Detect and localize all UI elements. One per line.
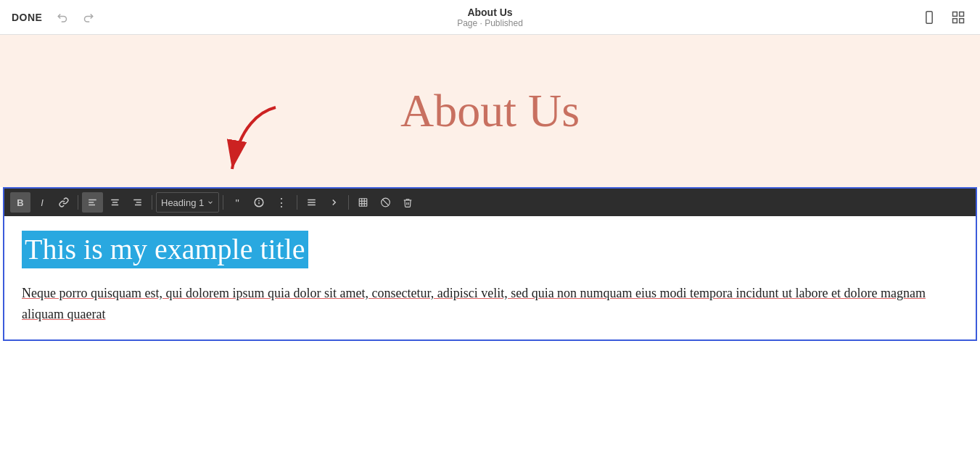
svg-rect-22 xyxy=(360,199,368,207)
block-button[interactable] xyxy=(375,192,396,213)
table-icon xyxy=(358,197,368,207)
content-heading: This is my example title xyxy=(22,231,308,268)
svg-rect-4 xyxy=(953,18,958,22)
align-right-icon xyxy=(132,197,143,207)
toolbar-divider-5 xyxy=(348,195,349,210)
list-indent-button[interactable] xyxy=(324,192,345,213)
mobile-preview-button[interactable] xyxy=(919,7,939,28)
top-bar: DONE About Us Page · Published xyxy=(0,0,980,35)
align-center-button[interactable] xyxy=(104,192,125,213)
editor-content[interactable]: This is my example title Neque porro qui… xyxy=(4,216,976,339)
align-left-icon xyxy=(87,197,98,207)
info-button[interactable] xyxy=(249,192,269,213)
page-title: About Us xyxy=(457,7,523,18)
list-icon xyxy=(306,197,317,207)
trash-icon xyxy=(403,197,413,208)
top-bar-right xyxy=(919,7,968,28)
toolbar-divider-4 xyxy=(297,195,297,210)
editor-toolbar: B I xyxy=(4,189,976,216)
mobile-icon xyxy=(922,9,936,25)
block-icon xyxy=(380,197,391,207)
table-button[interactable] xyxy=(353,192,374,213)
content-body: Neque porro quisquam est, qui dolorem ip… xyxy=(22,283,958,325)
grid-icon xyxy=(951,10,965,25)
list-indent-icon xyxy=(329,197,339,207)
svg-line-28 xyxy=(383,199,389,205)
info-icon xyxy=(254,197,264,207)
heading-select[interactable]: Heading 1 xyxy=(156,192,219,213)
top-bar-center: About Us Page · Published xyxy=(457,7,523,28)
align-right-button[interactable] xyxy=(127,192,148,213)
heading-select-label: Heading 1 xyxy=(161,197,204,208)
align-center-icon xyxy=(110,197,120,207)
svg-rect-2 xyxy=(953,12,958,16)
svg-rect-3 xyxy=(960,12,964,16)
toolbar-divider-2 xyxy=(152,195,152,210)
undo-icon xyxy=(57,11,70,24)
svg-rect-5 xyxy=(960,18,964,22)
chevron-down-icon xyxy=(207,199,214,206)
bold-button[interactable]: B xyxy=(10,192,30,213)
bold-label: B xyxy=(17,197,23,208)
more-icon: ⋮ xyxy=(276,196,288,210)
top-bar-left: DONE xyxy=(12,8,97,27)
toolbar-divider-1 xyxy=(78,195,78,210)
align-left-button[interactable] xyxy=(82,192,103,213)
redo-button[interactable] xyxy=(78,8,97,27)
link-button[interactable] xyxy=(54,192,74,213)
page-status: Page · Published xyxy=(457,18,523,28)
grid-view-button[interactable] xyxy=(948,7,968,28)
list-button[interactable] xyxy=(301,192,322,213)
italic-button[interactable]: I xyxy=(32,192,52,213)
page-hero: About Us xyxy=(0,35,980,187)
link-icon xyxy=(59,197,69,207)
svg-rect-0 xyxy=(926,11,932,23)
undo-redo-group xyxy=(54,8,97,27)
done-button[interactable]: DONE xyxy=(12,12,42,23)
editor-wrapper: B I xyxy=(3,187,977,341)
hero-title: About Us xyxy=(400,84,580,138)
quote-icon: " xyxy=(236,197,239,209)
quote-button[interactable]: " xyxy=(227,192,247,213)
redo-icon xyxy=(81,11,94,24)
italic-label: I xyxy=(41,197,44,208)
more-options-button[interactable]: ⋮ xyxy=(271,192,293,213)
delete-button[interactable] xyxy=(398,192,418,213)
undo-button[interactable] xyxy=(54,8,73,27)
toolbar-divider-3 xyxy=(223,195,223,210)
